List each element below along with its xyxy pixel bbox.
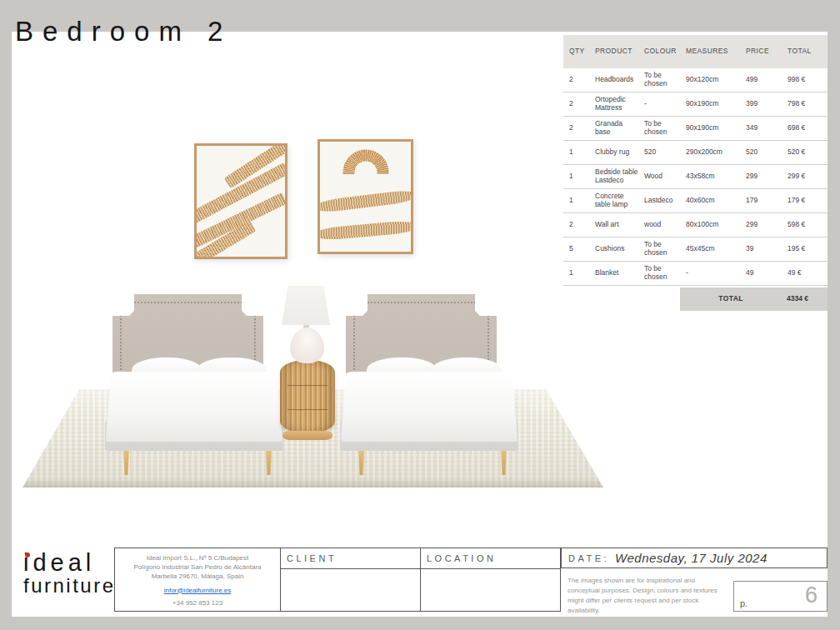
location-label: LOCATION: [421, 548, 560, 569]
total-label: TOTAL: [680, 288, 782, 311]
cell-colour: To be chosen: [638, 72, 680, 88]
cell-measures: 45x45cm: [680, 245, 740, 253]
drawer-divider: [288, 385, 328, 386]
cell-qty: 1: [563, 269, 589, 278]
table-row: 2 Granada base To be chosen 90x190cm 349…: [563, 117, 828, 141]
cell-price: 49: [740, 269, 782, 278]
cell-colour: To be chosen: [638, 241, 680, 258]
cell-price: 399: [740, 100, 782, 108]
logo-line-2: furniture: [23, 575, 116, 597]
bedside-table-plinth: [282, 431, 332, 440]
address-line: Ideal Import S.L., Nº 5 C/Budapest: [115, 553, 280, 562]
cell-price: 349: [740, 124, 782, 132]
page-number-box: p. 6: [733, 581, 828, 612]
cell-price: 299: [740, 221, 782, 229]
cell-colour: 520: [638, 148, 680, 157]
company-phone: +34 952 853 123: [115, 598, 280, 608]
total-row-spacer: [563, 288, 680, 311]
cell-colour: Lastdeco: [638, 197, 680, 205]
address-line: Polígono Industrial San Pedro de Alcánta…: [115, 562, 280, 572]
duvet-right: [341, 372, 518, 442]
product-spec-table: QTYPRODUCTCOLOURMEASURESPRICETOTAL 2 Hea…: [563, 35, 828, 311]
client-cell: CLIENT: [281, 548, 421, 612]
cell-measures: -: [680, 269, 740, 278]
cell-qty: 2: [563, 221, 589, 229]
logo-red-dot-icon: [25, 552, 30, 558]
cell-price: 520: [740, 148, 782, 157]
cell-qty: 5: [563, 245, 589, 253]
cell-price: 499: [740, 76, 782, 84]
table-row: 2 Headboards To be chosen 90x120cm 499 9…: [563, 68, 828, 92]
fringe-band: [318, 220, 413, 242]
logo-text-ideal: ideal: [23, 549, 95, 576]
total-value: 4334 €: [782, 288, 828, 311]
cell-product: Blanket: [589, 269, 638, 278]
date-value: Wednesday, 17 July 2024: [615, 551, 768, 565]
cell-measures: 80x100cm: [680, 221, 740, 229]
date-label: DATE:: [568, 553, 609, 563]
cell-total: 49 €: [782, 269, 828, 278]
column-header: TOTAL: [782, 48, 828, 56]
table-row: 2 Wall art wood 80x100cm 299 598 €: [563, 213, 828, 238]
page-title: Bedroom 2: [15, 16, 232, 48]
location-cell: LOCATION: [421, 548, 561, 612]
cell-colour: To be chosen: [638, 120, 680, 137]
cell-qty: 2: [563, 100, 589, 108]
cell-total: 798 €: [782, 100, 828, 108]
cell-qty: 1: [563, 172, 589, 181]
fringe-band: [194, 192, 288, 252]
cell-price: 299: [740, 172, 782, 181]
cell-product: Concrete table lamp: [589, 192, 638, 209]
fringe-arch: [340, 147, 392, 174]
cell-product: Ortopedic Mattress: [589, 96, 638, 112]
cell-product: Granada base: [589, 120, 638, 137]
wall-art-right-image: [318, 139, 413, 254]
column-header: QTY: [563, 48, 589, 56]
address-line: Marbella 29670, Málaga, Spain: [115, 572, 280, 581]
cell-colour: To be chosen: [638, 265, 680, 282]
table-row: 1 Concrete table lamp Lastdeco 40x60cm 1…: [563, 189, 828, 213]
cell-measures: 90x120cm: [680, 76, 740, 84]
client-label: CLIENT: [281, 548, 420, 569]
table-lamp-base: [290, 328, 324, 363]
page-number: 6: [805, 582, 818, 608]
cell-total: 299 €: [782, 172, 828, 181]
column-header: COLOUR: [638, 48, 680, 56]
table-total-row: TOTAL 4334 €: [563, 288, 828, 311]
duvet-left: [106, 372, 282, 442]
table-lamp-shade: [282, 286, 330, 325]
cell-colour: wood: [638, 221, 680, 229]
cell-colour: -: [638, 100, 680, 108]
company-email-link[interactable]: infor@idealfurniture.es: [164, 586, 232, 595]
spec-table-body: 2 Headboards To be chosen 90x120cm 499 9…: [563, 68, 828, 286]
cell-price: 179: [740, 197, 782, 205]
brand-logo: ideal furniture: [23, 550, 116, 598]
table-row: 1 Blanket To be chosen - 49 49 €: [563, 262, 828, 286]
cell-qty: 2: [563, 124, 589, 132]
cell-product: Wall art: [589, 221, 638, 229]
cell-colour: Wood: [638, 172, 680, 181]
cell-total: 698 €: [782, 124, 828, 132]
cell-qty: 2: [563, 76, 589, 84]
bedside-table-image: [280, 360, 335, 433]
table-row: 1 Clubby rug 520 290x200cm 520 520 €: [563, 141, 828, 165]
cell-measures: 40x60cm: [680, 197, 740, 205]
cell-qty: 1: [563, 148, 589, 157]
cell-product: Clubby rug: [589, 148, 638, 157]
drawer-divider: [288, 409, 328, 410]
cell-product: Cushions: [589, 245, 638, 253]
date-field: DATE: Wednesday, 17 July 2024: [561, 548, 828, 568]
cell-product: Bedside table Lastdeco: [589, 168, 638, 185]
cell-measures: 290x200cm: [680, 148, 740, 157]
disclaimer-text: The images shown are for inspirational a…: [568, 576, 722, 616]
table-row: 1 Bedside table Lastdeco Wood 43x58cm 29…: [563, 165, 828, 189]
table-row: 5 Cushions To be chosen 45x45cm 39 195 €: [563, 238, 828, 262]
spec-table-header: QTYPRODUCTCOLOURMEASURESPRICETOTAL: [563, 35, 828, 68]
column-header: PRODUCT: [589, 48, 638, 56]
column-header: MEASURES: [680, 48, 740, 56]
company-address: Ideal Import S.L., Nº 5 C/BudapestPolígo…: [115, 553, 280, 582]
cell-price: 39: [740, 245, 782, 253]
fringe-band: [318, 188, 413, 213]
page-label: p.: [740, 598, 748, 608]
cell-total: 195 €: [782, 245, 828, 253]
